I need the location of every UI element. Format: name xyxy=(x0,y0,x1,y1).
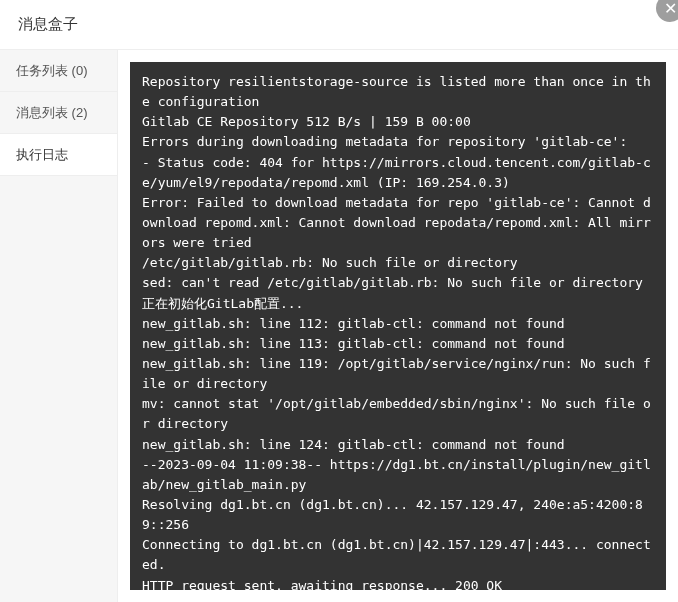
modal-body: 任务列表 (0) 消息列表 (2) 执行日志 Repository resili… xyxy=(0,50,678,602)
tab-label: 消息列表 (2) xyxy=(16,104,88,122)
log-output: Repository resilientstorage-source is li… xyxy=(130,62,666,590)
tab-exec-log[interactable]: 执行日志 xyxy=(0,134,117,176)
tab-task-list[interactable]: 任务列表 (0) xyxy=(0,50,117,92)
tab-label: 任务列表 (0) xyxy=(16,62,88,80)
close-icon: ✕ xyxy=(664,0,677,18)
modal-title: 消息盒子 xyxy=(18,15,78,34)
log-scroll-area[interactable]: Repository resilientstorage-source is li… xyxy=(130,62,666,590)
sidebar: 任务列表 (0) 消息列表 (2) 执行日志 xyxy=(0,50,118,602)
tab-label: 执行日志 xyxy=(16,146,68,164)
tab-message-list[interactable]: 消息列表 (2) xyxy=(0,92,117,134)
modal-header: 消息盒子 xyxy=(0,0,678,50)
content-panel: Repository resilientstorage-source is li… xyxy=(118,50,678,602)
message-box-modal: ✕ 消息盒子 任务列表 (0) 消息列表 (2) 执行日志 Repository… xyxy=(0,0,678,602)
